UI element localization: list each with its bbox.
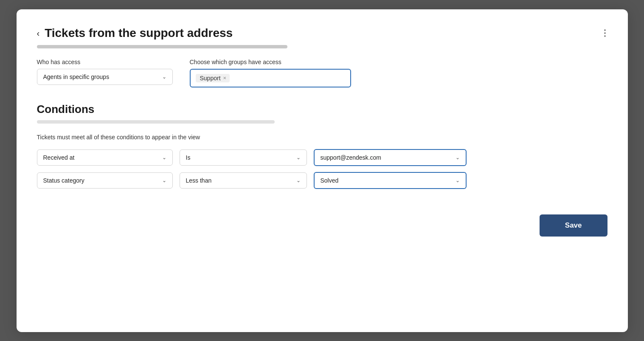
- condition-2-field-value: Status category: [43, 177, 84, 184]
- who-access-dropdown[interactable]: Agents in specific groups ⌄: [37, 69, 173, 85]
- tag-close-button[interactable]: ×: [223, 75, 227, 81]
- chevron-down-icon: ⌄: [456, 178, 460, 183]
- chevron-down-icon: ⌄: [296, 155, 301, 161]
- access-section: Who has access Agents in specific groups…: [37, 59, 607, 87]
- condition-row-1: Received at ⌄ Is ⌄ support@zendesk.com ⌄: [37, 149, 607, 166]
- condition-1-value-text: support@zendesk.com: [321, 154, 381, 161]
- condition-1-operator-dropdown[interactable]: Is ⌄: [180, 149, 307, 166]
- condition-2-value-dropdown[interactable]: Solved ⌄: [314, 172, 467, 189]
- groups-input-field[interactable]: Support ×: [190, 69, 351, 87]
- conditions-progress-bar: [37, 120, 275, 124]
- chevron-down-icon: ⌄: [162, 178, 166, 183]
- header-row: ‹ Tickets from the support address: [37, 26, 607, 40]
- conditions-description: Tickets must meet all of these condition…: [37, 134, 607, 141]
- footer-row: Save: [37, 214, 607, 237]
- condition-1-field-value: Received at: [43, 154, 75, 161]
- condition-1-field-dropdown[interactable]: Received at ⌄: [37, 149, 173, 166]
- tag-label: Support: [200, 75, 221, 82]
- chevron-down-icon: ⌄: [296, 178, 301, 183]
- more-menu-button[interactable]: [602, 28, 607, 39]
- save-button[interactable]: Save: [540, 214, 607, 237]
- condition-2-operator-value: Less than: [186, 177, 212, 184]
- page-title: Tickets from the support address: [45, 26, 233, 40]
- groups-access-group: Choose which groups have access Support …: [190, 59, 351, 87]
- chevron-down-icon: ⌄: [162, 155, 166, 161]
- back-button[interactable]: ‹: [37, 29, 40, 37]
- progress-bar: [37, 45, 287, 48]
- progress-bar-container: [37, 45, 607, 48]
- condition-1-value-dropdown[interactable]: support@zendesk.com ⌄: [314, 149, 467, 166]
- condition-2-value-text: Solved: [321, 177, 339, 184]
- groups-access-label: Choose which groups have access: [190, 59, 351, 65]
- chevron-down-icon: ⌄: [456, 155, 460, 161]
- condition-2-field-dropdown[interactable]: Status category ⌄: [37, 172, 173, 189]
- conditions-title: Conditions: [37, 103, 607, 116]
- condition-2-operator-dropdown[interactable]: Less than ⌄: [180, 172, 307, 189]
- condition-1-operator-value: Is: [186, 154, 191, 161]
- header-left: ‹ Tickets from the support address: [37, 26, 233, 40]
- chevron-down-icon: ⌄: [162, 74, 166, 80]
- conditions-section: Conditions Tickets must meet all of thes…: [37, 103, 607, 189]
- who-access-label: Who has access: [37, 59, 173, 65]
- who-access-value: Agents in specific groups: [43, 73, 110, 80]
- condition-row-2: Status category ⌄ Less than ⌄ Solved ⌄: [37, 172, 607, 189]
- support-tag: Support ×: [196, 74, 230, 82]
- who-access-group: Who has access Agents in specific groups…: [37, 59, 173, 85]
- main-window: ‹ Tickets from the support address Who h…: [17, 9, 628, 332]
